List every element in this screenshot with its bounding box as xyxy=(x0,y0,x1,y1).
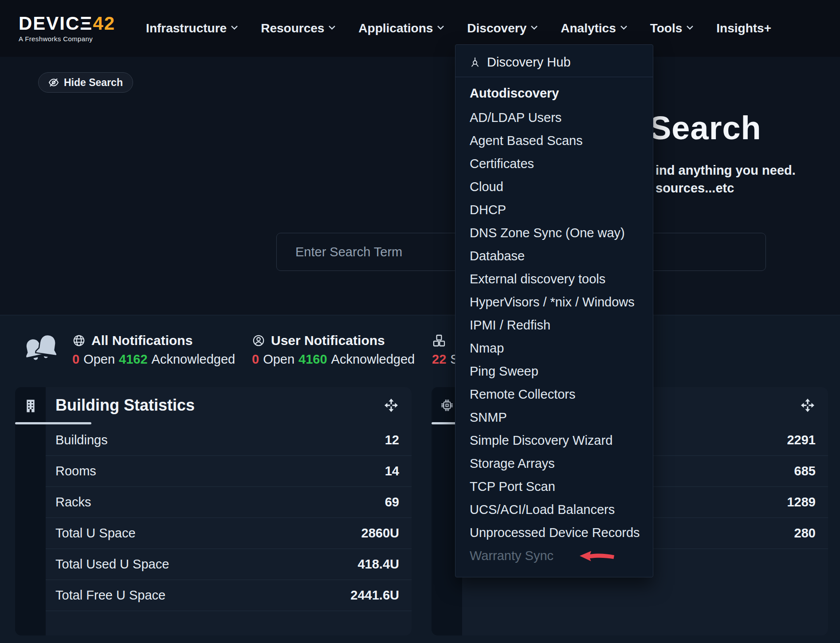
search-subtitle-line2: sources...etc xyxy=(656,181,734,196)
nav-item-discovery[interactable]: Discovery xyxy=(455,21,549,35)
menu-item-nmap[interactable]: Nmap xyxy=(455,337,653,360)
discovery-dropdown-menu: Discovery Hub Autodiscovery AD/LDAP User… xyxy=(455,44,653,577)
nav-item-applications[interactable]: Applications xyxy=(346,21,455,35)
all-notifications-counts: 0Open4162Acknowledged xyxy=(72,352,239,367)
menu-item-tcp-port-scan[interactable]: TCP Port Scan xyxy=(455,475,653,498)
search-section: Hide Search Search ind anything you need… xyxy=(0,57,840,315)
table-row: Total U Space2860U xyxy=(46,518,412,549)
notifications-strip: All Notifications 0Open4162Acknowledged … xyxy=(0,315,840,387)
menu-item-hypervisors-nix-windows[interactable]: HyperVisors / *nix / Windows xyxy=(455,290,653,314)
menu-item-simple-discovery-wizard[interactable]: Simple Discovery Wizard xyxy=(455,429,653,452)
page: DEVICΞ42 A Freshworks Company Infrastruc… xyxy=(0,0,840,643)
nav-item-tools[interactable]: Tools xyxy=(638,21,705,35)
table-row: Buildings12 xyxy=(46,425,412,456)
logo-text: DEVICΞ42 xyxy=(19,14,115,33)
logo[interactable]: DEVICΞ42 A Freshworks Company xyxy=(19,14,115,43)
nav-item-resources[interactable]: Resources xyxy=(249,21,346,35)
menu-item-database[interactable]: Database xyxy=(455,244,653,267)
hide-search-button[interactable]: Hide Search xyxy=(38,72,133,93)
menu-item-unprocessed-device-records[interactable]: Unprocessed Device Records xyxy=(455,521,653,544)
table-row: Rooms14 xyxy=(46,456,412,487)
discovery-hub-icon xyxy=(470,57,480,67)
chip-icon xyxy=(440,399,454,412)
menu-item-dhcp[interactable]: DHCP xyxy=(455,198,653,221)
search-subtitle-line1: ind anything you need. xyxy=(656,163,796,178)
menu-item-agent-based-scans[interactable]: Agent Based Scans xyxy=(455,129,653,152)
building-icon xyxy=(25,399,36,413)
eye-off-icon xyxy=(48,77,59,88)
menu-item-external-discovery-tools[interactable]: External discovery tools xyxy=(455,267,653,290)
nav-item-insights[interactable]: Insights+ xyxy=(704,21,783,35)
hide-search-label: Hide Search xyxy=(64,77,123,89)
globe-icon xyxy=(72,334,86,347)
all-notifications-group: All Notifications 0Open4162Acknowledged xyxy=(72,332,239,367)
chevron-down-icon xyxy=(231,23,238,30)
bell-icon xyxy=(23,332,62,369)
menu-item-warranty-sync[interactable]: Warranty Sync xyxy=(455,544,653,567)
all-notifications-title: All Notifications xyxy=(91,333,192,348)
chevron-down-icon xyxy=(437,23,444,30)
move-handle-icon[interactable] xyxy=(801,398,815,412)
cubes-icon xyxy=(432,333,446,348)
menu-item-ipmi-redfish[interactable]: IPMI / Redfish xyxy=(455,314,653,337)
building-statistics-card: Building Statistics Buildings12 Rooms14 … xyxy=(15,387,412,635)
menu-item-remote-collectors[interactable]: Remote Collectors xyxy=(455,383,653,406)
menu-item-certificates[interactable]: Certificates xyxy=(455,152,653,175)
chevron-down-icon xyxy=(531,23,538,30)
card-icon-strip xyxy=(15,387,46,635)
menu-item-discovery-hub[interactable]: Discovery Hub xyxy=(455,49,653,75)
top-nav: DEVICΞ42 A Freshworks Company Infrastruc… xyxy=(0,0,840,57)
menu-section-autodiscovery: Autodiscovery xyxy=(455,81,653,106)
menu-item-dns-zone-sync[interactable]: DNS Zone Sync (One way) xyxy=(455,221,653,244)
card-header: Building Statistics xyxy=(46,387,412,423)
table-row: Total Free U Space2441.6U xyxy=(46,580,412,611)
annotation-arrow-icon xyxy=(579,550,615,562)
nav-menu: Infrastructure Resources Applications Di… xyxy=(134,21,783,35)
user-icon xyxy=(252,334,265,347)
card-title: Building Statistics xyxy=(55,396,195,415)
menu-item-ping-sweep[interactable]: Ping Sweep xyxy=(455,360,653,383)
chevron-down-icon xyxy=(687,23,694,30)
menu-item-cloud[interactable]: Cloud xyxy=(455,175,653,198)
chevron-down-icon xyxy=(620,23,627,30)
nav-item-infrastructure[interactable]: Infrastructure xyxy=(134,21,249,35)
menu-item-storage-arrays[interactable]: Storage Arrays xyxy=(455,452,653,475)
nav-item-analytics[interactable]: Analytics xyxy=(549,21,638,35)
table-row: Total Used U Space418.4U xyxy=(46,549,412,580)
menu-item-snmp[interactable]: SNMP xyxy=(455,406,653,429)
menu-item-ad-ldap-users[interactable]: AD/LDAP Users xyxy=(455,106,653,129)
table-row: Racks69 xyxy=(46,487,412,518)
building-stats-rows: Buildings12 Rooms14 Racks69 Total U Spac… xyxy=(46,425,412,611)
move-handle-icon[interactable] xyxy=(384,398,398,412)
user-notifications-counts: 0Open4160Acknowledged xyxy=(252,352,419,367)
user-notifications-title: User Notifications xyxy=(271,333,385,348)
user-notifications-group: User Notifications 0Open4160Acknowledged xyxy=(252,332,419,367)
logo-subtitle: A Freshworks Company xyxy=(19,35,115,43)
chevron-down-icon xyxy=(329,23,336,30)
menu-divider xyxy=(455,77,653,77)
search-title: Search xyxy=(649,109,761,147)
menu-item-ucs-aci-load-balancers[interactable]: UCS/ACI/Load Balancers xyxy=(455,498,653,521)
